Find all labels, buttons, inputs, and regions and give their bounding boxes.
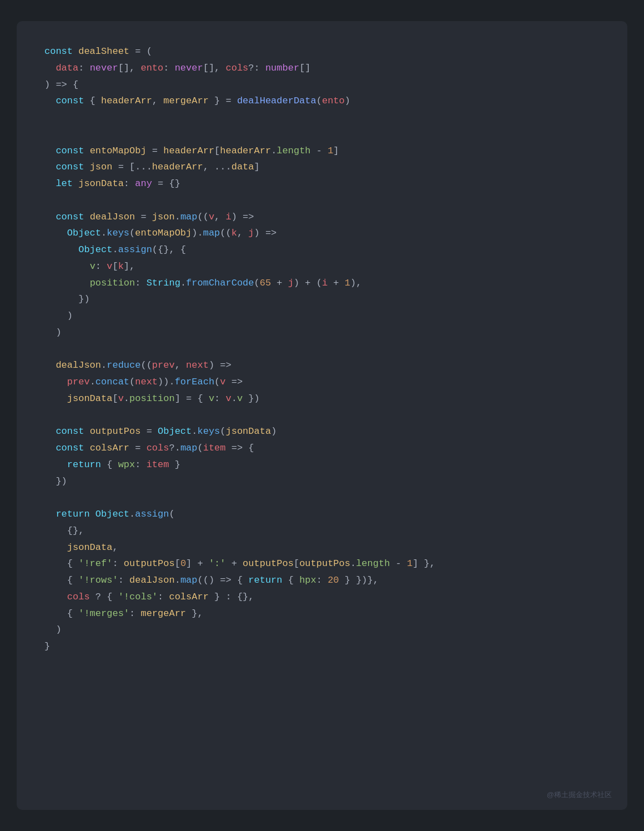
code-window: const dealSheet = ( data: never[], ento:… — [17, 21, 627, 810]
code-content: const dealSheet = ( data: never[], ento:… — [44, 43, 600, 655]
watermark: @稀土掘金技术社区 — [547, 790, 612, 800]
